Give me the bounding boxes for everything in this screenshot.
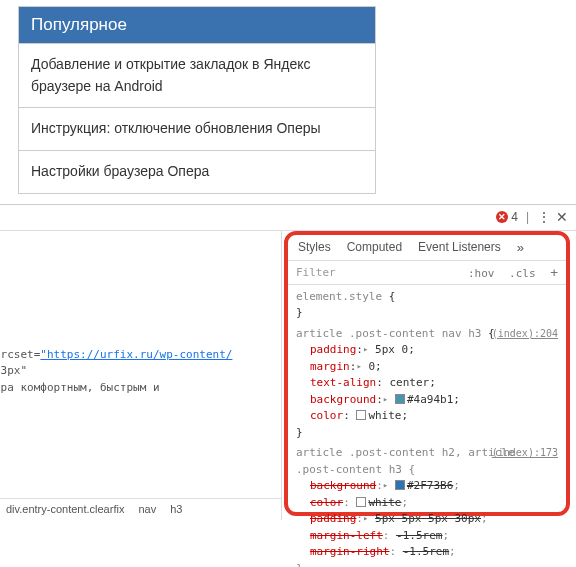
devtools-body: srcset="https://urfix.ru/wp-content/ 13p… [0, 231, 576, 520]
srcset-link[interactable]: "https://urfix.ru/wp-content/ [40, 348, 232, 361]
elements-source: srcset="https://urfix.ru/wp-content/ 13p… [0, 347, 232, 397]
breadcrumb-item[interactable]: nav [138, 503, 156, 515]
close-icon[interactable]: ✕ [556, 209, 568, 225]
filter-row: Filter :hov .cls + [288, 261, 566, 285]
widget-item[interactable]: Настройки браузера Опера [19, 150, 375, 193]
color-swatch[interactable] [356, 410, 366, 420]
error-count[interactable]: 4 [511, 210, 518, 224]
cls-toggle[interactable]: .cls [509, 267, 536, 280]
toolbar-separator: | [526, 210, 529, 224]
highlight-frame: Styles Computed Event Listeners » Filter… [284, 231, 570, 516]
styles-sidebar: Styles Computed Event Listeners » Filter… [282, 231, 576, 520]
breadcrumb-item[interactable]: div.entry-content.clearfix [6, 503, 124, 515]
breadcrumb[interactable]: div.entry-content.clearfix nav h3 [0, 498, 281, 520]
widget-title: Популярное [19, 7, 375, 43]
rule-source-link[interactable]: (index):173 [492, 445, 558, 460]
page-top: Популярное Добавление и открытие закладо… [0, 6, 576, 194]
css-rule[interactable]: (index):204 article .post-content nav h3… [296, 326, 558, 442]
more-menu-icon[interactable]: ⋮ [537, 209, 552, 225]
filter-input[interactable]: Filter [296, 266, 460, 279]
color-swatch[interactable] [395, 480, 405, 490]
popular-widget: Популярное Добавление и открытие закладо… [18, 6, 376, 194]
error-icon[interactable]: ✕ [496, 211, 508, 223]
hov-toggle[interactable]: :hov [468, 267, 495, 280]
sidebar-tabs: Styles Computed Event Listeners » [288, 235, 566, 261]
new-rule-icon[interactable]: + [550, 265, 558, 280]
devtools-toolbar: ✕ 4 | ⋮ ✕ [0, 205, 576, 231]
widget-item[interactable]: Добавление и открытие закладок в Яндекс … [19, 43, 375, 107]
styles-list[interactable]: element.style { } (index):204 article .p… [288, 285, 566, 567]
rule-source-link[interactable]: (index):204 [492, 326, 558, 341]
more-tabs-icon[interactable]: » [517, 240, 524, 255]
color-swatch[interactable] [356, 497, 366, 507]
tab-styles[interactable]: Styles [298, 240, 331, 254]
breadcrumb-item[interactable]: h3 [170, 503, 182, 515]
css-rule-element-style[interactable]: element.style { } [296, 289, 558, 322]
widget-item[interactable]: Инструкция: отключение обновления Оперы [19, 107, 375, 150]
elements-panel[interactable]: srcset="https://urfix.ru/wp-content/ 13p… [0, 231, 282, 520]
devtools-panel: ✕ 4 | ⋮ ✕ srcset="https://urfix.ru/wp-co… [0, 204, 576, 520]
tab-computed[interactable]: Computed [347, 240, 402, 254]
css-rule-overridden[interactable]: (index):173 article .post-content h2, ar… [296, 445, 558, 567]
tab-event-listeners[interactable]: Event Listeners [418, 240, 501, 254]
color-swatch[interactable] [395, 394, 405, 404]
